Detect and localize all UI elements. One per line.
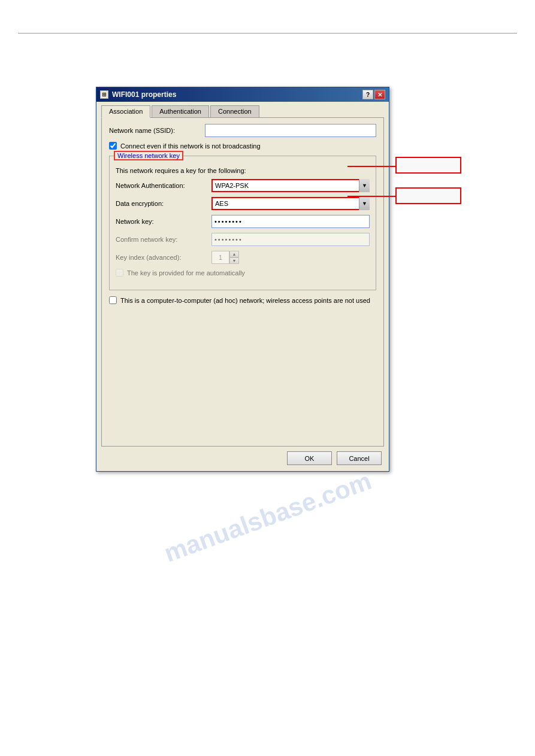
cancel-button[interactable]: Cancel (337, 451, 382, 465)
callout-box-2 (395, 187, 461, 204)
watermark: manualsbase.com (160, 466, 375, 568)
network-auth-row: Network Authentication: WPA2-PSK WPA-PSK… (116, 179, 370, 192)
network-auth-label: Network Authentication: (116, 182, 211, 189)
tab-connection[interactable]: Connection (210, 105, 259, 117)
adhoc-row: This is a computer-to-computer (ad hoc) … (109, 296, 376, 305)
data-enc-select[interactable]: AES TKIP Disabled (211, 197, 370, 210)
title-buttons: ? ✕ (362, 90, 385, 99)
connect-checkbox-row: Connect even if this network is not broa… (109, 142, 376, 150)
top-divider (18, 33, 517, 34)
title-bar: ⊞ WIFI001 properties ? ✕ (96, 87, 389, 102)
connect-checkbox[interactable] (109, 142, 117, 150)
annotation-arrow-1 (347, 166, 395, 167)
auto-key-checkbox[interactable] (116, 269, 123, 277)
title-bar-left: ⊞ WIFI001 properties (100, 90, 176, 99)
dialog-footer: OK Cancel (96, 447, 389, 471)
key-index-row: Key index (advanced): ▲ ▼ (116, 251, 370, 264)
data-enc-select-wrapper: AES TKIP Disabled ▼ (211, 197, 370, 210)
network-key-input[interactable] (211, 215, 370, 228)
key-index-input[interactable] (211, 251, 229, 264)
spinner-buttons: ▲ ▼ (229, 251, 239, 264)
key-index-spinner: ▲ ▼ (211, 251, 239, 264)
network-key-row: Network key: (116, 215, 370, 228)
tab-content: Network name (SSID): Connect even if thi… (101, 117, 384, 447)
ok-button[interactable]: OK (287, 451, 332, 465)
tab-bar: Association Authentication Connection (96, 102, 389, 117)
connect-checkbox-label: Connect even if this network is not broa… (120, 142, 261, 150)
network-name-input[interactable] (205, 124, 376, 137)
adhoc-label: This is a computer-to-computer (ad hoc) … (120, 296, 370, 305)
data-enc-label: Data encryption: (116, 200, 211, 207)
adhoc-checkbox[interactable] (109, 296, 117, 304)
confirm-key-input[interactable] (211, 233, 370, 246)
spinner-up-button[interactable]: ▲ (229, 251, 239, 257)
page: ⊞ WIFI001 properties ? ✕ Association Aut… (0, 33, 535, 756)
network-name-label: Network name (SSID): (109, 127, 205, 134)
tab-association[interactable]: Association (101, 105, 150, 118)
title-icon: ⊞ (100, 90, 108, 99)
dialog-title: WIFI001 properties (112, 90, 176, 99)
callout-box-1 (395, 157, 461, 174)
tab-authentication[interactable]: Authentication (152, 105, 209, 117)
wlan-key-legend: Wireless network key (114, 151, 183, 160)
annotation-arrow-2 (347, 196, 395, 197)
wlan-key-note: This network requires a key for the foll… (116, 167, 370, 174)
confirm-key-label: Confirm network key: (116, 236, 211, 243)
auto-key-label: The key is provided for me automatically (127, 269, 245, 277)
confirm-key-row: Confirm network key: (116, 233, 370, 246)
network-key-label: Network key: (116, 218, 211, 225)
spinner-down-button[interactable]: ▼ (229, 257, 239, 264)
network-auth-select[interactable]: WPA2-PSK WPA-PSK Open Shared (211, 179, 370, 192)
network-auth-select-wrapper: WPA2-PSK WPA-PSK Open Shared ▼ (211, 179, 370, 192)
key-index-label: Key index (advanced): (116, 254, 211, 261)
wlan-key-group: Wireless network key This network requir… (109, 156, 376, 290)
dialog-window: ⊞ WIFI001 properties ? ✕ Association Aut… (96, 87, 389, 472)
close-button[interactable]: ✕ (374, 90, 385, 99)
auto-key-row: The key is provided for me automatically (116, 269, 370, 277)
help-button[interactable]: ? (362, 90, 373, 99)
data-enc-row: Data encryption: AES TKIP Disabled ▼ (116, 197, 370, 210)
network-name-row: Network name (SSID): (109, 124, 376, 137)
